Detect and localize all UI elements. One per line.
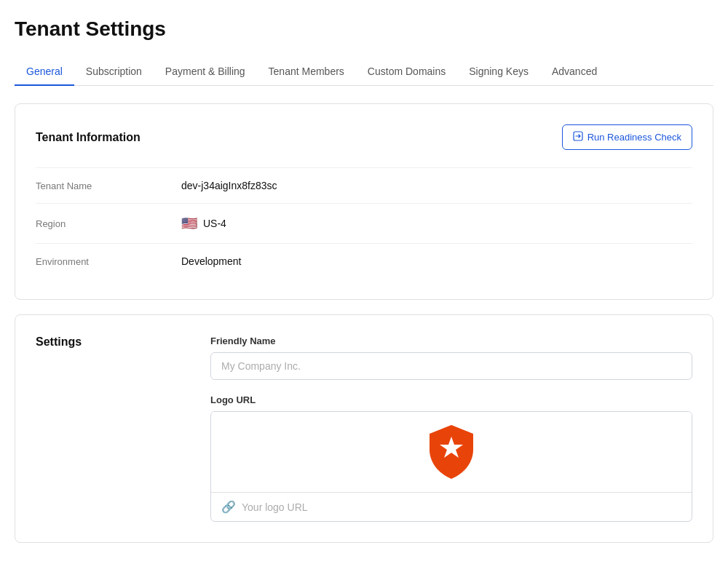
tabs-nav: General Subscription Payment & Billing T… bbox=[15, 58, 713, 86]
tenant-name-row: Tenant Name dev-j34aigInx8fz83sc bbox=[36, 167, 692, 203]
settings-card: Settings Friendly Name Logo URL bbox=[15, 314, 713, 543]
tab-payment-billing[interactable]: Payment & Billing bbox=[154, 58, 257, 86]
tab-general[interactable]: General bbox=[15, 58, 74, 86]
settings-section-title: Settings bbox=[36, 335, 82, 348]
environment-label: Environment bbox=[36, 256, 181, 267]
logo-url-field: Logo URL 🔗 bbox=[210, 394, 692, 522]
readiness-icon bbox=[573, 131, 583, 143]
shield-star-icon bbox=[426, 424, 477, 480]
region-row: Region 🇺🇸 US-4 bbox=[36, 203, 692, 243]
environment-row: Environment Development bbox=[36, 243, 692, 279]
tenant-info-title: Tenant Information bbox=[36, 131, 141, 144]
tab-signing-keys[interactable]: Signing Keys bbox=[457, 58, 540, 86]
friendly-name-field: Friendly Name bbox=[210, 335, 692, 394]
tab-advanced[interactable]: Advanced bbox=[540, 58, 609, 86]
environment-value: Development bbox=[181, 255, 242, 267]
logo-url-input[interactable] bbox=[242, 501, 681, 513]
logo-url-label: Logo URL bbox=[210, 394, 692, 405]
logo-url-input-row: 🔗 bbox=[211, 492, 692, 521]
logo-box: 🔗 bbox=[210, 411, 692, 522]
settings-left-panel: Settings bbox=[36, 335, 167, 522]
readiness-button-label: Run Readiness Check bbox=[587, 132, 681, 143]
tab-custom-domains[interactable]: Custom Domains bbox=[356, 58, 457, 86]
tab-tenant-members[interactable]: Tenant Members bbox=[257, 58, 356, 86]
tab-subscription[interactable]: Subscription bbox=[74, 58, 154, 86]
page-container: Tenant Settings General Subscription Pay… bbox=[0, 0, 728, 560]
tenant-info-card: Tenant Information Run Readiness Check T… bbox=[15, 103, 713, 300]
tenant-name-label: Tenant Name bbox=[36, 180, 181, 191]
logo-preview-area bbox=[211, 412, 692, 492]
friendly-name-input[interactable] bbox=[210, 352, 692, 380]
link-icon: 🔗 bbox=[221, 500, 236, 514]
tenant-name-value: dev-j34aigInx8fz83sc bbox=[181, 180, 277, 191]
card-header: Tenant Information Run Readiness Check bbox=[36, 124, 692, 150]
region-label: Region bbox=[36, 218, 181, 229]
run-readiness-check-button[interactable]: Run Readiness Check bbox=[562, 124, 692, 150]
us-flag-icon: 🇺🇸 bbox=[181, 215, 197, 231]
page-title: Tenant Settings bbox=[15, 17, 713, 41]
region-value: 🇺🇸 US-4 bbox=[181, 215, 226, 231]
friendly-name-label: Friendly Name bbox=[210, 335, 692, 346]
settings-layout: Settings Friendly Name Logo URL bbox=[36, 335, 692, 522]
settings-right-panel: Friendly Name Logo URL bbox=[210, 335, 692, 522]
